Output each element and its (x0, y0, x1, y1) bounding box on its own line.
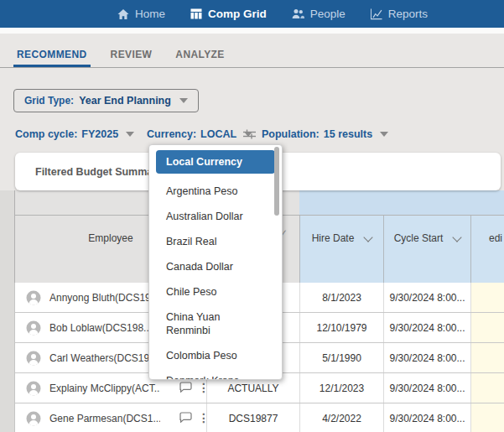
grid-type-dropdown[interactable]: Grid Type: Year End Planning (13, 89, 199, 112)
home-icon (117, 8, 129, 20)
avatar (26, 411, 41, 426)
grid-type-value: Year End Planning (79, 95, 171, 107)
grid-type-label: Grid Type: (24, 95, 74, 107)
nav-label: People (310, 8, 346, 20)
cycle-start-cell: 9/30/2024 8:00... (384, 283, 471, 312)
chevron-down-icon (380, 132, 388, 137)
column-label: Hire Date (312, 232, 355, 283)
cycle-start-cell: 9/30/2024 8:00... (384, 343, 471, 372)
divider-strip (0, 28, 504, 34)
editable-cell[interactable] (471, 343, 504, 372)
employee-name: Annyong Bluth(DCS19... (49, 292, 159, 304)
hire-date-cell: 12/10/1979 (300, 313, 384, 342)
tab-analyze[interactable]: ANALYZE (172, 34, 227, 67)
chevron-down-icon (364, 232, 373, 242)
employee-name: Gene Parmesan(DCS1... (49, 413, 160, 424)
column-label: edi (489, 232, 502, 244)
grid-icon (190, 8, 202, 19)
tab-review[interactable]: REVIEW (107, 34, 156, 67)
kebab-menu-icon[interactable]: ⋮ (198, 380, 210, 395)
nav-label: Reports (388, 8, 428, 20)
tab-recommend[interactable]: RECOMMEND (13, 34, 91, 67)
table-row: Gene Parmesan(DCS1... ⋮ DCS19877 4/2/202… (14, 403, 504, 432)
nav-item-people[interactable]: People (292, 8, 346, 20)
currency-option[interactable]: Denmark Krone (149, 368, 282, 380)
column-label: Employee (88, 232, 132, 244)
column-header-cycle-start[interactable]: Cycle Start (384, 216, 471, 283)
top-nav: Home Comp Grid People Reports (0, 0, 504, 28)
chevron-down-icon (453, 232, 462, 242)
sliders-icon (243, 128, 256, 140)
population-label: Population: (262, 128, 320, 140)
population-filter[interactable]: Population: 15 results (243, 126, 388, 143)
employee-cell[interactable]: Gene Parmesan(DCS1... ⋮ (15, 403, 207, 432)
nav-item-comp-grid[interactable]: Comp Grid (190, 8, 267, 20)
comment-icon[interactable] (179, 382, 192, 393)
dropdown-scrollbar[interactable] (274, 147, 279, 216)
chevron-down-icon (126, 132, 134, 137)
comp-cycle-label: Comp cycle: (15, 128, 77, 140)
currency-option[interactable]: Chile Peso (149, 279, 282, 304)
people-icon (292, 8, 304, 19)
hire-date-cell: 5/1/1990 (300, 343, 384, 372)
cycle-start-cell: 9/30/2024 8:00... (384, 373, 471, 403)
currency-value: LOCAL (200, 128, 236, 140)
kebab-menu-icon[interactable]: ⋮ (198, 410, 210, 425)
cycle-start-cell: 9/30/2024 8:00... (384, 403, 471, 432)
column-header-edit[interactable]: edi (471, 216, 504, 283)
currency-option[interactable]: Local Currency (156, 150, 275, 174)
population-value: 15 results (324, 128, 372, 140)
currency-filter[interactable]: Currency: LOCAL (147, 126, 252, 143)
currency-option[interactable]: China Yuan Renminbi (149, 304, 282, 343)
avatar (26, 290, 41, 305)
hire-date-cell: 12/1/2023 (300, 373, 384, 403)
avatar (26, 381, 41, 396)
editable-cell[interactable] (471, 283, 504, 312)
employee-id-cell: DCS19877 (207, 403, 300, 432)
summary-title: Filtered Budget Summary (35, 166, 163, 178)
nav-label: Comp Grid (208, 8, 267, 20)
editable-cell[interactable] (471, 373, 504, 403)
employee-name: Bob Loblaw(DCS198... (49, 322, 152, 334)
avatar (26, 351, 41, 366)
currency-option[interactable]: Argentina Peso (149, 179, 282, 204)
hire-date-cell: 8/1/2023 (300, 283, 384, 312)
tab-bar: RECOMMEND REVIEW ANALYZE (0, 34, 504, 68)
employee-name: Carl Weathers(DCS19... (49, 352, 158, 364)
column-label: Cycle Start (394, 232, 444, 283)
chevron-down-icon (179, 98, 188, 103)
nav-label: Home (135, 8, 165, 20)
nav-item-home[interactable]: Home (117, 8, 165, 20)
currency-option[interactable]: Brazil Real (149, 229, 282, 254)
hire-date-cell: 4/2/2022 (300, 403, 384, 432)
cycle-start-cell: 9/30/2024 8:00... (384, 313, 471, 342)
reports-icon (371, 8, 382, 20)
comment-icon[interactable] (179, 412, 192, 423)
currency-label: Currency: (147, 128, 196, 140)
currency-dropdown-menu: Local CurrencyArgentina PesoAustralian D… (148, 144, 283, 380)
editable-cell[interactable] (471, 313, 504, 342)
currency-option[interactable]: Australian Dollar (149, 204, 282, 229)
nav-item-reports[interactable]: Reports (371, 8, 428, 20)
currency-option[interactable]: Canada Dollar (149, 254, 282, 279)
employee-name: Explainy McClippy(ACT... (49, 383, 160, 394)
app-window: Home Comp Grid People Reports RECOMMEND … (0, 0, 504, 432)
page-margin (0, 190, 14, 432)
currency-option-list: Local CurrencyArgentina PesoAustralian D… (149, 150, 282, 380)
column-header-hire-date[interactable]: Hire Date (300, 216, 384, 283)
currency-option[interactable]: Colombia Peso (149, 343, 282, 368)
avatar (26, 320, 41, 336)
comp-cycle-value: FY2025 (81, 128, 118, 140)
editable-cell[interactable] (471, 403, 504, 432)
comp-cycle-filter[interactable]: Comp cycle: FY2025 (15, 126, 134, 143)
